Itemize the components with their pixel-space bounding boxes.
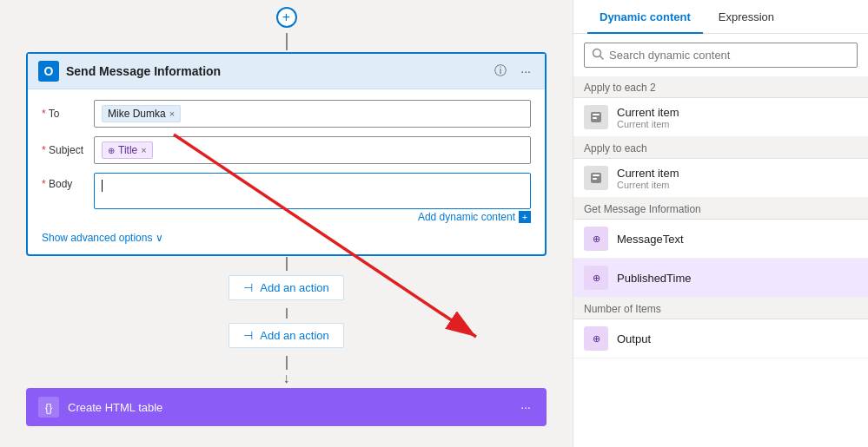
create-html-table-card[interactable]: {} Create HTML table ··· bbox=[26, 388, 547, 426]
output-icon: ⊕ bbox=[584, 326, 608, 351]
action-icon-2: ⊣ bbox=[243, 329, 253, 342]
panel-item-message-text[interactable]: ⊕ MessageText bbox=[573, 220, 868, 259]
tab-expression[interactable]: Expression bbox=[706, 0, 786, 34]
subject-tag-remove[interactable]: × bbox=[141, 145, 146, 155]
section-apply-each: Apply to each bbox=[573, 137, 868, 159]
section-apply-each-2: Apply to each 2 bbox=[573, 76, 868, 98]
more-options-button[interactable]: ··· bbox=[517, 62, 534, 80]
action-icon-1: ⊣ bbox=[243, 281, 253, 294]
dynamic-content-panel: Dynamic content Expression Apply to each… bbox=[573, 0, 868, 447]
show-advanced-options[interactable]: Show advanced options ∨ bbox=[42, 232, 531, 244]
card-body: To Mike Dumka × Subject ⊕ Title bbox=[28, 89, 545, 254]
item-text-1: Current item Current item bbox=[617, 106, 679, 129]
to-tag-value: Mike Dumka bbox=[108, 108, 166, 120]
item-text-3: MessageText bbox=[617, 233, 684, 246]
tab-dynamic-content[interactable]: Dynamic content bbox=[587, 0, 703, 34]
svg-rect-9 bbox=[593, 178, 597, 180]
message-text-icon: ⊕ bbox=[584, 227, 608, 251]
subject-label: Subject bbox=[42, 144, 94, 156]
search-input[interactable] bbox=[609, 49, 850, 62]
top-plus-button[interactable]: + bbox=[276, 7, 297, 28]
item-text-4: PublishedTime bbox=[617, 272, 692, 285]
to-label: To bbox=[42, 108, 94, 120]
subject-input[interactable]: ⊕ Title × bbox=[94, 136, 531, 164]
add-action-button-1[interactable]: ⊣ Add an action bbox=[229, 275, 344, 300]
body-field-row: Body Add dynamic content + bbox=[42, 173, 531, 223]
svg-rect-8 bbox=[593, 174, 600, 176]
send-message-card: O Send Message Information ⓘ ··· To Mike… bbox=[26, 52, 547, 256]
body-label: Body bbox=[42, 173, 94, 190]
item-text-5: Output bbox=[617, 332, 651, 345]
panel-tabs: Dynamic content Expression bbox=[573, 0, 868, 34]
current-item-icon-2 bbox=[584, 166, 608, 190]
connector-line-mid2 bbox=[286, 308, 288, 319]
chevron-down-icon: ∨ bbox=[156, 232, 163, 244]
show-advanced-label: Show advanced options bbox=[42, 232, 152, 244]
section-number-of-items: Number of Items bbox=[573, 298, 868, 319]
down-arrow-icon: ↓ bbox=[283, 371, 290, 386]
published-time-icon: ⊕ bbox=[584, 266, 608, 290]
section-get-message-info: Get Message Information bbox=[573, 198, 868, 220]
subject-tag: ⊕ Title × bbox=[102, 141, 153, 159]
search-icon bbox=[592, 48, 604, 62]
add-action-label-1: Add an action bbox=[260, 281, 329, 294]
card-title: Send Message Information bbox=[66, 64, 221, 78]
panel-item-current-item-2[interactable]: Current item Current item bbox=[573, 159, 868, 198]
svg-rect-6 bbox=[593, 117, 597, 119]
info-button[interactable]: ⓘ bbox=[491, 62, 510, 81]
item-text-2: Current item Current item bbox=[617, 167, 679, 190]
search-box[interactable] bbox=[584, 43, 858, 68]
subject-tag-value: Title bbox=[118, 144, 137, 156]
html-table-title: Create HTML table bbox=[68, 401, 508, 414]
svg-line-3 bbox=[600, 56, 604, 60]
panel-item-published-time[interactable]: ⊕ PublishedTime bbox=[573, 259, 868, 298]
subject-field-row: Subject ⊕ Title × bbox=[42, 136, 531, 164]
to-field-row: To Mike Dumka × bbox=[42, 100, 531, 128]
current-item-icon-1 bbox=[584, 105, 608, 129]
panel-item-current-item-1[interactable]: Current item Current item bbox=[573, 98, 868, 137]
add-dynamic-icon: + bbox=[519, 211, 531, 223]
panel-item-output[interactable]: ⊕ Output bbox=[573, 319, 868, 358]
connector-line-mid1 bbox=[286, 257, 288, 271]
connector-line-bottom bbox=[286, 356, 288, 370]
svg-rect-5 bbox=[593, 114, 600, 115]
card-header: O Send Message Information ⓘ ··· bbox=[28, 54, 545, 89]
add-action-label-2: Add an action bbox=[260, 329, 329, 342]
body-input[interactable] bbox=[94, 173, 531, 209]
connector-line-top bbox=[286, 33, 288, 50]
outlook-icon: O bbox=[38, 61, 59, 82]
panel-content: Apply to each 2 Current item Current ite… bbox=[573, 76, 868, 447]
to-tag: Mike Dumka × bbox=[102, 105, 181, 122]
expr-icon: ⊕ bbox=[108, 146, 115, 155]
to-tag-remove[interactable]: × bbox=[169, 108, 175, 119]
html-table-more-button[interactable]: ··· bbox=[517, 398, 534, 416]
add-dynamic-content-link[interactable]: Add dynamic content + bbox=[94, 211, 531, 223]
add-action-button-2[interactable]: ⊣ Add an action bbox=[229, 323, 344, 348]
text-cursor bbox=[102, 180, 103, 192]
html-table-icon: {} bbox=[38, 397, 59, 417]
to-input[interactable]: Mike Dumka × bbox=[94, 100, 531, 128]
add-dynamic-label: Add dynamic content bbox=[418, 211, 515, 223]
